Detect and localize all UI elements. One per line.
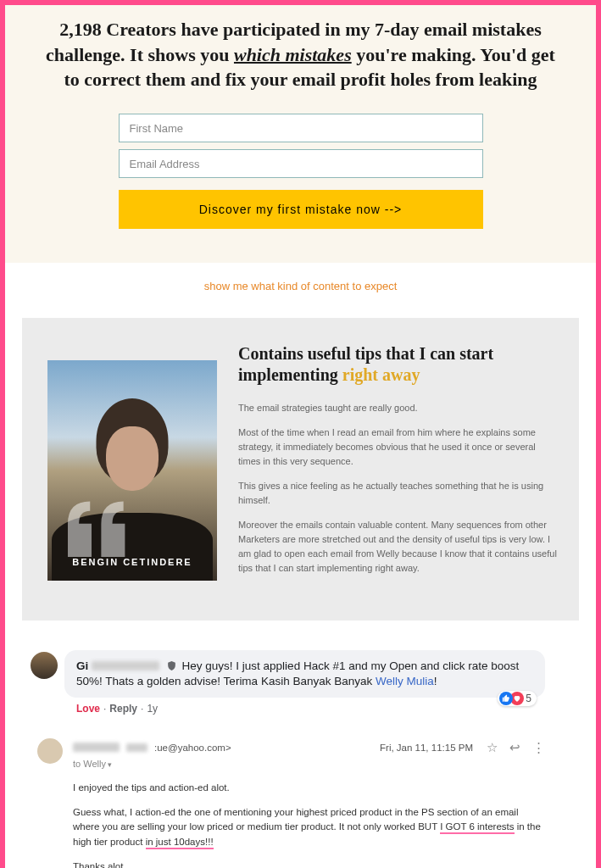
email-date: Fri, Jan 11, 11:15 PM — [380, 743, 473, 753]
email-address: :ue@yahoo.com> — [154, 743, 231, 753]
hero-section: 2,198 Creators have participated in my 7… — [5, 5, 596, 263]
love-action[interactable]: Love — [76, 703, 100, 715]
reply-action[interactable]: Reply — [109, 703, 137, 715]
avatar — [37, 738, 63, 764]
testimonial-card: BENGIN CETINDERE Contains useful tips th… — [22, 318, 579, 620]
discover-button[interactable]: Discover my first mistake now --> — [119, 190, 483, 229]
testimonial-section: BENGIN CETINDERE Contains useful tips th… — [5, 318, 596, 641]
facebook-reactions[interactable]: 5 — [498, 691, 537, 706]
facebook-comment-text: Gi Hey guys! I just applied Hack #1 and … — [76, 659, 533, 689]
shield-icon — [166, 660, 177, 671]
star-icon[interactable]: ☆ — [487, 740, 498, 755]
reaction-count: 5 — [526, 693, 531, 704]
facebook-comment: Gi Hey guys! I just applied Hack #1 and … — [64, 650, 545, 698]
like-icon — [499, 692, 513, 705]
avatar — [31, 652, 58, 679]
email-screenshot-block: :ue@yahoo.com> Fri, Jan 11, 11:15 PM ☆ ↩… — [5, 727, 596, 868]
first-name-field[interactable] — [119, 114, 483, 142]
testimonial-photo: BENGIN CETINDERE — [47, 360, 217, 581]
quote-icon — [59, 498, 136, 557]
email-header: :ue@yahoo.com> Fri, Jan 11, 11:15 PM ☆ ↩… — [73, 740, 545, 755]
email-body: I enjoyed the tips and action-ed alot. G… — [73, 781, 545, 868]
signup-form: Discover my first mistake now --> — [119, 114, 483, 229]
email-field[interactable] — [119, 149, 483, 178]
hero-headline: 2,198 Creators have participated in my 7… — [39, 17, 562, 92]
comment-age: 1y — [147, 703, 158, 715]
testimonial-photo-column: BENGIN CETINDERE — [47, 343, 217, 586]
testimonial-text-column: Contains useful tips that I can start im… — [238, 343, 558, 586]
chevron-down-icon[interactable]: ▾ — [108, 760, 112, 769]
facebook-comment-block: Gi Hey guys! I just applied Hack #1 and … — [5, 642, 596, 727]
more-icon[interactable]: ⋮ — [532, 740, 545, 755]
facebook-mention-link[interactable]: Welly Mulia — [376, 675, 434, 687]
reply-icon[interactable]: ↩ — [509, 740, 520, 755]
email-to-line: to Welly▾ — [73, 759, 545, 769]
expect-content-link[interactable]: show me what kind of content to expect — [5, 280, 596, 292]
testimonial-heading: Contains useful tips that I can start im… — [238, 343, 558, 386]
testimonial-body: The email strategies taught are really g… — [238, 401, 558, 576]
facebook-meta: Love·Reply·1y — [76, 703, 545, 715]
testimonial-author-name: BENGIN CETINDERE — [47, 557, 217, 567]
